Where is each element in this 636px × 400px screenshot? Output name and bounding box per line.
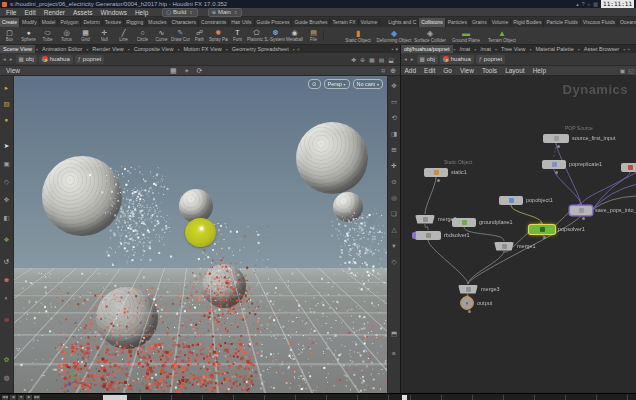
- target-icon[interactable]: ⌖: [185, 67, 189, 75]
- menu-windows[interactable]: Windows: [97, 9, 131, 16]
- shelf-tool-l-system[interactable]: ❆L-System: [266, 29, 285, 42]
- main-take-selector[interactable]: ⊕ Main ⇕: [208, 8, 243, 17]
- panel-icon[interactable]: ❏: [388, 210, 400, 218]
- network-path-obj[interactable]: ▦obj: [417, 55, 438, 64]
- back-icon[interactable]: ◂: [403, 56, 408, 62]
- node-popobject1[interactable]: [499, 196, 523, 205]
- scene-path-popnet[interactable]: ƒpopnet: [75, 55, 104, 64]
- record-icon[interactable]: ⊗: [0, 316, 13, 324]
- shelf-tool-box[interactable]: ▢Box: [0, 29, 19, 42]
- pane-tab-scene-view[interactable]: Scene View: [0, 45, 35, 53]
- forward-icon[interactable]: ▸: [9, 56, 14, 62]
- grid-toggle-icon[interactable]: ⊞: [388, 146, 400, 154]
- shelf-tab-particles[interactable]: Particles: [446, 18, 470, 27]
- shelf-tab-deform[interactable]: Deform: [81, 18, 102, 27]
- search-icon[interactable]: ⌕: [588, 0, 591, 8]
- sprout-icon[interactable]: ❖: [0, 236, 13, 244]
- node-rbdsolver1[interactable]: [415, 231, 441, 240]
- layout-icon[interactable]: ▥: [593, 0, 598, 8]
- caret-icon[interactable]: ▾: [388, 242, 400, 250]
- node-merge2[interactable]: [415, 215, 435, 224]
- shelf-tool-deforming-object[interactable]: ◆Deforming Object: [376, 29, 412, 43]
- node-flag[interactable]: [543, 236, 546, 239]
- timeline-step-back-button[interactable]: ◀: [10, 395, 16, 400]
- globe-icon[interactable]: ⊕: [360, 56, 365, 63]
- material-icon[interactable]: ◎: [388, 194, 400, 202]
- node-flag[interactable]: [557, 145, 560, 148]
- network-menu-view[interactable]: View: [456, 67, 477, 74]
- node-edge1[interactable]: [621, 163, 636, 172]
- lock-camera-icon[interactable]: ⊙: [308, 79, 321, 89]
- shelf-tab-rigging[interactable]: Rigging: [124, 18, 146, 27]
- panel-icon[interactable]: ▣: [620, 67, 626, 74]
- transform-pivot[interactable]: [200, 227, 203, 230]
- shelf-tool-null[interactable]: ✛Null: [95, 29, 114, 42]
- menu-assets[interactable]: Assets: [69, 9, 97, 16]
- pane-divider[interactable]: [400, 45, 401, 400]
- network-quickmark-icon[interactable]: [402, 395, 407, 400]
- shelf-tool-ground-plane[interactable]: ▬Ground Plane: [448, 29, 484, 43]
- pane-tab-mat[interactable]: /mat: [477, 45, 494, 53]
- shelf-tab-create[interactable]: Create: [0, 18, 20, 27]
- timeline-stop-button[interactable]: ■: [18, 395, 24, 400]
- menu-icon[interactable]: ≡: [388, 350, 400, 358]
- timeline-ticks[interactable]: [140, 395, 390, 400]
- half-icon[interactable]: ◐: [0, 294, 13, 302]
- timeline-rewind-button[interactable]: ◀◀: [2, 395, 8, 400]
- network-menu-go[interactable]: Go: [440, 67, 456, 74]
- camera-select-button[interactable]: No cam ▾: [353, 79, 384, 89]
- shelf-tab-guide-process[interactable]: Guide Process: [255, 18, 293, 27]
- pane-tab-composite-view[interactable]: Composite View: [131, 45, 177, 53]
- shelf-tab-terrain-fx[interactable]: Terrain FX: [330, 18, 358, 27]
- pane-tab-render-view[interactable]: Render View: [89, 45, 126, 53]
- node-save-pops-into-here[interactable]: [570, 206, 592, 215]
- clip-icon[interactable]: ⬒: [388, 330, 400, 338]
- desktop-selector[interactable]: ▢ Build ⇕: [162, 8, 197, 17]
- shelf-tool-draw-curve[interactable]: ✎Draw Curve: [171, 29, 190, 42]
- shelf-tab-characters[interactable]: Characters: [170, 18, 199, 27]
- expand-icon[interactable]: ◱: [628, 67, 634, 74]
- network-path-huahua[interactable]: huahua: [440, 55, 474, 64]
- select-arrow-icon[interactable]: ➤: [0, 142, 13, 150]
- lasso-icon[interactable]: ◇: [0, 178, 13, 186]
- shelf-tool-font[interactable]: TFont: [228, 29, 247, 42]
- network-menu-layout[interactable]: Layout: [502, 67, 529, 74]
- shelf-tab-polygon[interactable]: Polygon: [58, 18, 81, 27]
- shelf-tool-circle[interactable]: ○Circle: [133, 29, 152, 42]
- history-icon[interactable]: ↺: [0, 258, 13, 266]
- shelf-tool-torus[interactable]: ◎Torus: [57, 29, 76, 42]
- shelf-tab-oceans[interactable]: Oceans: [618, 18, 636, 27]
- forward-icon[interactable]: ▸: [410, 56, 415, 62]
- shelf-tab-hair-utils[interactable]: Hair Utils: [229, 18, 254, 27]
- persp-view-button[interactable]: Persp ▾: [324, 79, 350, 89]
- shelf-tool-surface-collider[interactable]: ◈Surface Collider: [412, 29, 448, 43]
- add-tab-icon[interactable]: ✛: [296, 47, 301, 52]
- network-menu-tools[interactable]: Tools: [478, 67, 500, 74]
- network-menu-add[interactable]: Add: [401, 67, 420, 74]
- shelf-tool-terrain-object[interactable]: ▲Terrain Object: [484, 29, 520, 43]
- shelf-tab-muscles[interactable]: Muscles: [146, 18, 169, 27]
- menu-file[interactable]: File: [2, 9, 20, 16]
- node-static1[interactable]: [424, 168, 448, 177]
- axis-toggle-icon[interactable]: ✛: [388, 162, 400, 170]
- box-select-icon[interactable]: ▣: [0, 160, 13, 168]
- view-menu[interactable]: View: [0, 67, 20, 74]
- pane-tab-obj-huahua-popnet[interactable]: obj/huahua/popnet: [401, 45, 453, 53]
- shelf-tab-particle-fluids[interactable]: Particle Fluids: [544, 18, 580, 27]
- pin-icon[interactable]: ▴: [576, 0, 579, 8]
- flower-icon[interactable]: ✿: [0, 356, 13, 364]
- snap-icon[interactable]: ⌗: [381, 67, 385, 75]
- network-editor[interactable]: Dynamics static1Static Objectmerge2rbdso…: [401, 76, 636, 393]
- shelf-tab-guide-brushes[interactable]: Guide Brushes: [292, 18, 330, 27]
- pane-tab-geometry-spreadsheet[interactable]: Geometry Spreadsheet: [229, 45, 292, 53]
- cone-icon[interactable]: △: [388, 226, 400, 234]
- layout-icon[interactable]: ▤: [379, 56, 385, 63]
- shelf-tool-platonic-solids[interactable]: ⬠Platonic Solids: [247, 29, 266, 42]
- shelf-tab-modify[interactable]: Modify: [20, 18, 40, 27]
- menu-render[interactable]: Render: [40, 9, 69, 16]
- move-icon[interactable]: ✥: [0, 196, 13, 204]
- shelf-tab-viscous-fluids[interactable]: Viscous Fluids: [581, 18, 618, 27]
- node-flag[interactable]: [555, 171, 558, 174]
- emitter-disc[interactable]: [185, 218, 216, 247]
- pane-menu-icon[interactable]: ▾: [395, 46, 398, 52]
